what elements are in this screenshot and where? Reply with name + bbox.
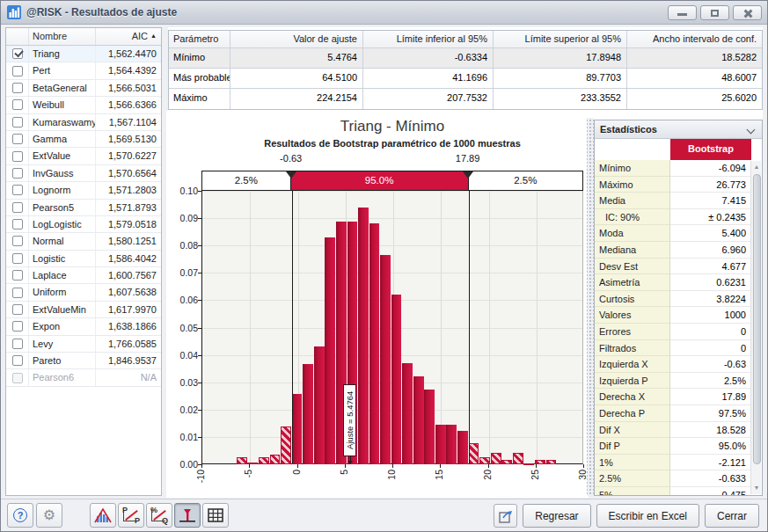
- checkbox[interactable]: [12, 83, 23, 93]
- checkbox-checked[interactable]: [12, 48, 23, 59]
- checkbox-cell[interactable]: [6, 80, 29, 96]
- checkbox[interactable]: [12, 339, 23, 349]
- checkbox-cell[interactable]: [6, 182, 29, 198]
- fit-comparison-button[interactable]: [90, 503, 116, 528]
- checkbox-cell[interactable]: [6, 233, 29, 249]
- delimiter-handle-right[interactable]: [463, 171, 473, 179]
- list-item[interactable]: Kumaraswamy1,567.1104: [6, 114, 161, 131]
- list-item[interactable]: InvGauss1,570.6564: [6, 165, 161, 182]
- checkbox-cell[interactable]: [6, 302, 29, 317]
- header-limite-superior[interactable]: Límite superior al 95%: [494, 31, 627, 48]
- list-item[interactable]: Levy1,766.0585: [6, 336, 161, 353]
- list-item[interactable]: Triang1,562.4470: [6, 46, 161, 62]
- list-item[interactable]: Pareto1,846.9537: [6, 353, 161, 369]
- data-grid-button[interactable]: [202, 503, 229, 528]
- checkbox-cell[interactable]: [6, 251, 29, 266]
- header-ancho-intervalo[interactable]: Ancho intervalo de conf.: [627, 31, 762, 48]
- checkbox-cell[interactable]: [6, 131, 29, 147]
- list-item[interactable]: Lognorm1,571.2803: [6, 182, 161, 199]
- gridline-vertical: [489, 191, 490, 463]
- checkbox-cell[interactable]: [6, 62, 29, 78]
- checkbox-cell[interactable]: [6, 284, 29, 300]
- delimiter-line-left[interactable]: [292, 191, 293, 463]
- list-item[interactable]: Gamma1,569.5130: [6, 131, 161, 148]
- checkbox-cell[interactable]: [6, 318, 29, 334]
- list-item[interactable]: LogLogistic1,579.0518: [6, 216, 161, 233]
- checkbox[interactable]: [12, 202, 23, 213]
- checkbox[interactable]: [12, 134, 23, 144]
- column-header-aic[interactable]: AIC▲: [96, 28, 161, 45]
- chevron-down-icon[interactable]: [748, 127, 755, 134]
- checkbox[interactable]: [12, 270, 23, 281]
- list-item[interactable]: ExtValue1,570.6227: [6, 148, 161, 164]
- qq-plot-button[interactable]: % Q: [146, 503, 172, 528]
- scrollbar-up-icon[interactable]: ▲: [752, 163, 761, 171]
- export-report-button[interactable]: [494, 504, 517, 528]
- checkbox[interactable]: [12, 355, 23, 366]
- help-button[interactable]: ?: [7, 503, 33, 528]
- header-limite-inferior[interactable]: Límite inferior al 95%: [363, 31, 494, 48]
- header-parametro[interactable]: Parámetro: [169, 31, 230, 48]
- checkbox-cell[interactable]: [6, 200, 29, 215]
- stat-label: Curtosis: [595, 291, 670, 308]
- list-item[interactable]: Pearson51,571.8793: [6, 200, 161, 216]
- checkbox-cell[interactable]: [6, 216, 29, 232]
- scrollbar-thumb[interactable]: [753, 174, 761, 464]
- list-item[interactable]: Weibull1,566.6366: [6, 97, 161, 113]
- checkbox-cell[interactable]: [6, 148, 29, 164]
- checkbox[interactable]: [12, 66, 23, 77]
- list-item[interactable]: Uniform1,607.5638: [6, 284, 161, 301]
- checkbox[interactable]: [12, 373, 23, 383]
- list-item[interactable]: Normal1,580.1251: [6, 233, 161, 250]
- minimize-button[interactable]: [668, 5, 697, 20]
- list-item[interactable]: ExtValueMin1,617.9970: [6, 302, 161, 318]
- maximize-button[interactable]: [700, 5, 729, 20]
- list-item[interactable]: BetaGeneral1,566.5031: [6, 80, 161, 97]
- list-item[interactable]: Laplace1,600.7567: [6, 267, 161, 284]
- settings-button[interactable]: ⚙: [36, 503, 62, 528]
- checkbox-cell[interactable]: [6, 369, 29, 385]
- list-item[interactable]: Logistic1,586.4042: [6, 251, 161, 267]
- bootstrap-view-button[interactable]: [174, 503, 201, 528]
- checkbox[interactable]: [12, 151, 23, 162]
- write-to-excel-button[interactable]: Escribir en Excel: [596, 504, 699, 528]
- table-row[interactable]: Máximo224.2154207.7532233.355225.6020: [169, 89, 762, 109]
- checkbox[interactable]: [12, 219, 23, 230]
- param-value: 233.3552: [494, 89, 627, 109]
- titlebar[interactable]: @RISK - Resultados de ajuste: [1, 1, 767, 25]
- delimiter-line-right[interactable]: [469, 191, 470, 463]
- checkbox-cell[interactable]: [6, 267, 29, 283]
- stats-panel-header[interactable]: Estadísticos: [595, 120, 762, 139]
- distribution-name: Logistic: [29, 251, 96, 266]
- close-dialog-button[interactable]: Cerrar: [705, 504, 759, 528]
- checkbox[interactable]: [12, 185, 23, 195]
- table-row[interactable]: Más probable64.510041.169689.770348.6007: [169, 69, 762, 89]
- checkbox[interactable]: [12, 99, 23, 110]
- column-header-nombre[interactable]: Nombre: [29, 28, 96, 45]
- checkbox-cell[interactable]: [6, 353, 29, 368]
- checkbox-cell[interactable]: [6, 165, 29, 181]
- checkbox[interactable]: [12, 288, 23, 298]
- pp-plot-button[interactable]: P P: [118, 503, 144, 528]
- scrollbar-down-icon[interactable]: ▼: [752, 484, 761, 492]
- back-button[interactable]: Regresar: [523, 504, 590, 528]
- checkbox[interactable]: [12, 236, 23, 246]
- close-button[interactable]: [733, 5, 762, 20]
- list-item[interactable]: Pert1,564.4392: [6, 62, 161, 79]
- list-item[interactable]: Expon1,638.1866: [6, 318, 161, 335]
- list-item[interactable]: Pearson6N/A: [6, 369, 161, 386]
- delimiter-handle-left[interactable]: [286, 171, 296, 179]
- table-row[interactable]: Mínimo5.4764-0.633417.894818.5282: [169, 48, 762, 69]
- checkbox-cell[interactable]: [6, 46, 29, 62]
- checkbox-cell[interactable]: [6, 97, 29, 113]
- checkbox-cell[interactable]: [6, 336, 29, 352]
- checkbox-cell[interactable]: [6, 114, 29, 130]
- checkbox[interactable]: [12, 168, 23, 179]
- checkbox[interactable]: [12, 321, 23, 332]
- stats-scrollbar[interactable]: ▲ ▼: [750, 161, 761, 494]
- splitter-right[interactable]: [587, 118, 594, 496]
- header-valor-ajuste[interactable]: Valor de ajuste: [230, 31, 363, 48]
- checkbox[interactable]: [12, 304, 23, 315]
- checkbox[interactable]: [12, 117, 23, 128]
- checkbox[interactable]: [12, 253, 23, 264]
